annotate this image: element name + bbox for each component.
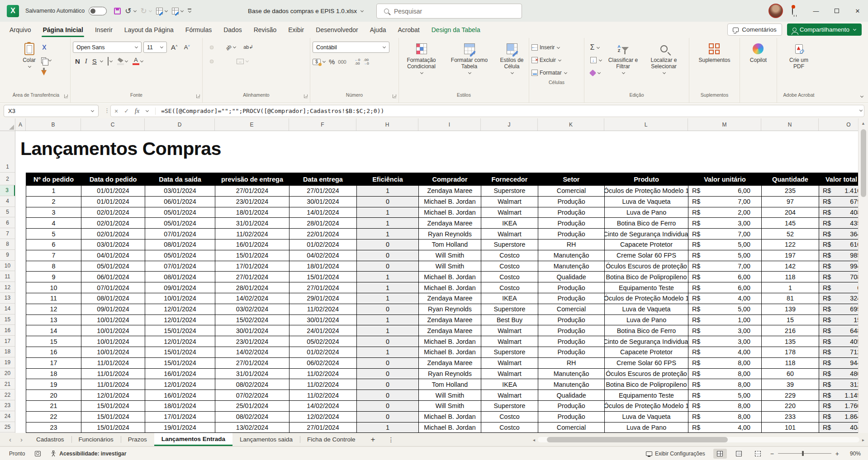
menu-tab-acrobat[interactable]: Acrobat xyxy=(392,22,425,38)
column-header-D[interactable]: D xyxy=(145,118,215,131)
cell[interactable]: Luva de Vaqueta xyxy=(605,412,688,422)
cell[interactable]: 142 xyxy=(762,261,819,272)
cell[interactable]: 135 xyxy=(762,336,819,347)
cell[interactable]: Luva de Pano xyxy=(605,315,688,326)
cell[interactable]: 19 xyxy=(26,379,81,390)
cell[interactable]: 1 xyxy=(357,218,419,229)
cell[interactable]: 16 xyxy=(26,347,81,358)
zoom-in-button[interactable]: + xyxy=(835,450,839,457)
column-header-E[interactable]: E xyxy=(215,118,289,131)
cell[interactable]: Óculos de Proteção Modelo 1 xyxy=(605,186,688,197)
row-header-20[interactable]: 20 xyxy=(0,368,15,379)
cell[interactable]: 15/01/2024 xyxy=(145,358,215,369)
cell[interactable]: 31/01/2024 xyxy=(215,369,289,380)
cell[interactable]: 118 xyxy=(762,272,819,282)
cell[interactable]: IKEA xyxy=(481,293,538,304)
cell[interactable]: 12/01/2024 xyxy=(145,304,215,315)
cell[interactable]: Óculos Escuros de proteção xyxy=(605,369,688,380)
cell[interactable]: Will Smith xyxy=(419,401,481,412)
table-header-data-entrega[interactable]: Data entrega xyxy=(289,173,357,186)
save-button[interactable] xyxy=(114,8,121,14)
cell[interactable]: 29/01/2024 xyxy=(289,293,357,304)
redo-button[interactable]: ↻ xyxy=(141,7,152,15)
cell[interactable]: R$5,00 xyxy=(688,250,762,261)
cell[interactable]: 27/01/2024 xyxy=(289,282,357,293)
cell[interactable]: Costco xyxy=(481,261,538,272)
cell[interactable]: R$4,00 xyxy=(688,422,762,433)
cell[interactable]: 08/01/2024 xyxy=(81,293,145,304)
cell[interactable]: 15 xyxy=(762,315,819,326)
insert-cells-button[interactable]: Inserir xyxy=(531,42,560,53)
menu-tab-inserir[interactable]: Inserir xyxy=(89,22,119,38)
cell[interactable]: 25/01/2024 xyxy=(215,401,289,412)
cell[interactable]: 06/02/2024 xyxy=(289,358,357,369)
cell[interactable]: 2 xyxy=(26,197,81,207)
table-header-produto[interactable]: Produto xyxy=(605,173,688,186)
cell[interactable]: R$404,00 xyxy=(819,422,858,433)
cell[interactable]: 11 xyxy=(26,293,81,304)
cell[interactable]: Equipamento Teste xyxy=(605,282,688,293)
cell[interactable]: 1 xyxy=(357,325,419,336)
menu-tab-arquivo[interactable]: Arquivo xyxy=(4,22,37,38)
cell[interactable]: Zendaya Maree xyxy=(419,218,481,229)
align-top-button[interactable] xyxy=(205,46,209,49)
cell[interactable]: 07/01/2024 xyxy=(81,282,145,293)
cell[interactable]: 08/01/2024 xyxy=(145,272,215,282)
cell[interactable]: R$8,00 xyxy=(688,412,762,422)
cell[interactable]: 17 xyxy=(26,358,81,369)
cell[interactable]: 39 xyxy=(762,379,819,390)
row-header-11[interactable]: 11 xyxy=(0,271,15,282)
menu-tab-ajuda[interactable]: Ajuda xyxy=(364,22,392,38)
cell[interactable]: Creme Solar 60 FPS xyxy=(605,358,688,369)
cell[interactable]: 0 xyxy=(357,401,419,412)
cell[interactable]: Costco xyxy=(481,250,538,261)
cell[interactable]: 13/02/2024 xyxy=(215,422,289,433)
draw-table-alt-button[interactable] xyxy=(172,8,184,14)
italic-button[interactable]: I xyxy=(83,56,90,66)
merge-center-button[interactable]: ↔ xyxy=(237,59,244,64)
cell[interactable]: 4 xyxy=(26,218,81,229)
whats-new-button[interactable] xyxy=(792,7,793,15)
cell[interactable]: Walmart xyxy=(481,229,538,239)
cell[interactable]: 28/01/2024 xyxy=(215,282,289,293)
cell[interactable]: 0 xyxy=(357,358,419,369)
menu-tab-pa-gina-inicial[interactable]: Página Inicial xyxy=(37,22,89,38)
cell[interactable]: 07/01/2024 xyxy=(145,229,215,239)
sheet-tab-lanc-amentos-entrada[interactable]: Lançamentos Entrada xyxy=(154,433,232,446)
dialog-launcher-icon[interactable] xyxy=(393,94,396,98)
cell[interactable]: Superstore xyxy=(481,304,538,315)
formula-bar-grip-icon[interactable]: ⋮ xyxy=(104,107,110,114)
table-header-valor-unita-rio[interactable]: Valor unitário xyxy=(688,173,762,186)
chevron-down-icon[interactable] xyxy=(233,45,236,48)
cell[interactable]: 0 xyxy=(357,336,419,347)
cell[interactable]: 23/01/2024 xyxy=(215,336,289,347)
cell[interactable]: Óculos de Proteção Modelo 1 xyxy=(605,401,688,412)
comments-button[interactable]: Comentários xyxy=(727,23,782,36)
column-header-A[interactable]: A xyxy=(15,118,26,131)
cell[interactable]: 1 xyxy=(357,293,419,304)
copy-button[interactable] xyxy=(41,55,52,66)
cell[interactable]: Luva de Pano xyxy=(605,207,688,218)
cell[interactable]: 11/01/2024 xyxy=(81,379,145,390)
table-header-data-da-sai-da[interactable]: Data da saída xyxy=(145,173,215,186)
cell[interactable]: 30/01/2024 xyxy=(215,325,289,336)
scroll-up-icon[interactable]: ▲ xyxy=(859,118,868,128)
menu-tab-exibir[interactable]: Exibir xyxy=(282,22,310,38)
table-header-previsa-o-de-entrega[interactable]: previsão de entrega xyxy=(215,173,289,186)
format-cells-button[interactable]: Formatar xyxy=(531,67,567,78)
menu-tab-design-da-tabela[interactable]: Design da Tabela xyxy=(426,22,486,38)
cell[interactable]: 13 xyxy=(26,315,81,326)
cell[interactable]: 0 xyxy=(357,239,419,250)
cell[interactable]: Luva de Vaqueta xyxy=(605,304,688,315)
zoom-level[interactable]: 90% xyxy=(844,451,861,457)
format-painter-button[interactable] xyxy=(41,67,52,78)
cell[interactable]: Produção xyxy=(538,315,605,326)
cell[interactable]: 06/01/2024 xyxy=(81,272,145,282)
cell[interactable]: Michael B. Jordan xyxy=(419,422,481,433)
column-header-B[interactable]: B xyxy=(26,118,81,131)
cell[interactable]: Qualidade xyxy=(538,272,605,282)
cell[interactable]: 11/01/2024 xyxy=(81,369,145,380)
cell[interactable]: 15/01/2024 xyxy=(145,347,215,358)
fill-button[interactable]: ↓ xyxy=(590,55,602,66)
cell[interactable]: 16/01/2024 xyxy=(145,369,215,380)
